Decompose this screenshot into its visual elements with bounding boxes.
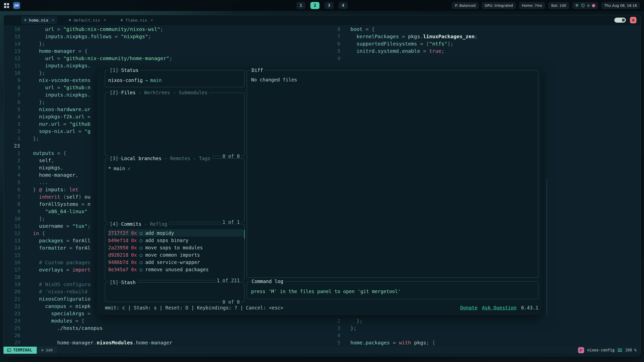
line-number: 2: [14, 128, 20, 135]
workspace-1[interactable]: 1: [296, 2, 305, 9]
line-number: 16: [14, 26, 20, 33]
lazygit-keybinding-bar: mmit: c | Stash: s | Reset: D | Keybindi…: [105, 304, 538, 311]
branch-marker: *: [108, 166, 111, 171]
scroll-percentage: 100 %: [625, 348, 636, 352]
panel-subtabs: - Reflog: [141, 221, 167, 227]
code-line[interactable]: 24 modules = [: [4, 317, 326, 325]
code-line[interactable]: 3};: [329, 325, 435, 332]
code-line[interactable]: 15 inputs.nixpkgs.follows = "nixpkgs";: [4, 33, 326, 40]
code-text: formatter = forAl: [33, 244, 91, 252]
app-launcher-icon[interactable]: [4, 3, 9, 8]
code-text: };: [33, 40, 45, 48]
commit-row[interactable]: 2717f2f0x○add mopidy: [108, 229, 243, 237]
commit-hash: 2717f2f: [108, 230, 128, 236]
donate-link[interactable]: Donate: [460, 304, 477, 311]
power-profile-module: P: Balanced: [452, 2, 478, 9]
line-number: 22: [14, 303, 20, 310]
commit-row[interactable]: 8e345a70x○remove unused packages: [108, 266, 243, 273]
window-close-button[interactable]: ×: [630, 17, 636, 23]
pane-scrollbar[interactable]: [547, 178, 547, 315]
line-number: 9: [14, 77, 20, 84]
code-line[interactable]: 25 ./hosts/canopus: [4, 325, 326, 332]
line-number: 24: [14, 317, 20, 325]
line-number: 8: [329, 26, 340, 33]
code-text: # 'nixos-rebuild: [33, 288, 88, 295]
lazygit-files-panel[interactable]: [2]Files - Worktrees - Submodules 0 of 0: [105, 93, 245, 156]
code-line[interactable]: 8boot = {: [329, 26, 478, 33]
commit-author: 0x: [131, 237, 137, 244]
lazygit-command-log-panel[interactable]: Command log press 'M' in the files panel…: [247, 281, 538, 299]
code-line[interactable]: 6 supportedFilesystems = ["ntfs"];: [329, 40, 478, 48]
tab-flake-nix[interactable]: ❄ flake.nix ×: [117, 17, 156, 24]
line-number: 1: [14, 150, 20, 157]
line-number: 19: [14, 281, 20, 288]
nix-snowflake-icon: ❄: [24, 18, 26, 22]
lines-icon: [618, 349, 622, 349]
panel-title: Command log: [250, 278, 285, 285]
code-line[interactable]: 13 home-manager = {: [4, 48, 326, 55]
lazygit-diff-panel[interactable]: Diff No changed files: [247, 70, 538, 278]
code-text: home.packages = with pkgs; [: [350, 339, 435, 346]
tab-default-nix[interactable]: ❄ default.nix ×: [66, 17, 109, 24]
system-tray[interactable]: ❄ 0: [572, 2, 598, 9]
lazygit-version: 0.43.1: [521, 304, 538, 311]
window-toggle-pill[interactable]: [614, 18, 626, 23]
code-line[interactable]: 27 home-manager.nixosModules.home-manage…: [4, 339, 326, 346]
line-number: 27: [14, 339, 20, 346]
panel-name: Status: [121, 67, 139, 73]
code-line[interactable]: 14 };: [4, 40, 326, 48]
current-line-number: 23: [14, 142, 20, 150]
workspace-4[interactable]: 4: [339, 2, 348, 9]
git-branch-icon: [578, 347, 584, 353]
commit-message: move sops to modules: [145, 244, 203, 251]
line-number: 8: [14, 201, 20, 208]
panel-title: Diff: [250, 67, 265, 73]
lazygit-branches-panel[interactable]: [3]Local branches - Remotes - Tags *main…: [105, 158, 245, 222]
line-number: 14: [14, 40, 20, 48]
tab-close-icon[interactable]: ×: [52, 18, 54, 22]
code-line[interactable]: 4: [329, 55, 478, 62]
commit-row[interactable]: 2a239500x○move sops to modules: [108, 244, 243, 251]
terminal-buffer-tab[interactable]: > zsh: [37, 347, 57, 354]
tab-close-icon[interactable]: ×: [104, 18, 106, 22]
workspace-2-active[interactable]: 2: [310, 2, 319, 9]
commit-list: 2717f2f0x○add mopidyb49ef1d0x○add sops b…: [105, 224, 244, 273]
tab-label: default.nix: [73, 18, 100, 23]
repo-name: nixos-config: [587, 348, 614, 352]
tab-close-icon[interactable]: ×: [151, 18, 153, 22]
commit-row[interactable]: 9486b7d0x○add service-wrapper: [108, 258, 243, 266]
code-line[interactable]: 2 };: [329, 317, 435, 325]
code-line[interactable]: 16 url = "github:nix-community/nixos-wsl…: [4, 26, 326, 33]
tab-home-nix[interactable]: ❄ home.nix ×: [21, 17, 57, 24]
commit-row[interactable]: b49ef1d0x○add sops binary: [108, 237, 243, 244]
tab-label: home.nix: [29, 18, 48, 23]
clock: Thu Aug 08, 18:16: [601, 2, 640, 9]
code-line[interactable]: 5 initrd.systemd.enable = true;: [329, 48, 478, 55]
top-bar-left: JW: [4, 2, 20, 9]
commit-graph-bullet: ○: [140, 266, 142, 273]
code-text: url = "github:n: [33, 84, 91, 91]
diff-content: No changed files: [247, 70, 538, 89]
lazygit-commits-panel[interactable]: [4]Commits - Reflog 2717f2f0x○add mopidy…: [105, 224, 245, 280]
code-line[interactable]: 5home.packages = with pkgs; [: [329, 339, 435, 346]
ask-question-link[interactable]: Ask Question: [482, 304, 516, 311]
code-line[interactable]: 7 kernelPackages = pkgs.linuxPackages_ze…: [329, 33, 478, 40]
commit-hash: b49ef1d: [108, 237, 128, 244]
code-text: home-manager.nixosModules.home-manager: [33, 339, 172, 346]
lazygit-stash-panel[interactable]: [5]Stash 0 of 0: [105, 282, 245, 302]
workspace-3[interactable]: 3: [325, 2, 334, 9]
code-text: ];: [33, 215, 45, 222]
logo-badge[interactable]: JW: [13, 2, 20, 9]
code-line[interactable]: 4: [329, 332, 435, 339]
lazygit-status-panel[interactable]: [1]Status nixos-config→main: [105, 70, 245, 87]
commits-scrollbar[interactable]: [244, 230, 245, 239]
code-line[interactable]: 26: [4, 332, 326, 339]
commit-row[interactable]: d9202180x○move common imports: [108, 251, 243, 258]
panel-name: Commits: [121, 221, 141, 227]
line-number: 13: [14, 237, 20, 244]
code-text: nixpkgs-f2k.url =: [33, 113, 91, 120]
editor-area: 16 url = "github:nix-community/nixos-wsl…: [4, 25, 640, 347]
code-line[interactable]: 12 url = "github:nix-community/home-mana…: [4, 55, 326, 62]
code-text: ...: [33, 179, 48, 186]
code-text: boot = {: [350, 26, 375, 33]
